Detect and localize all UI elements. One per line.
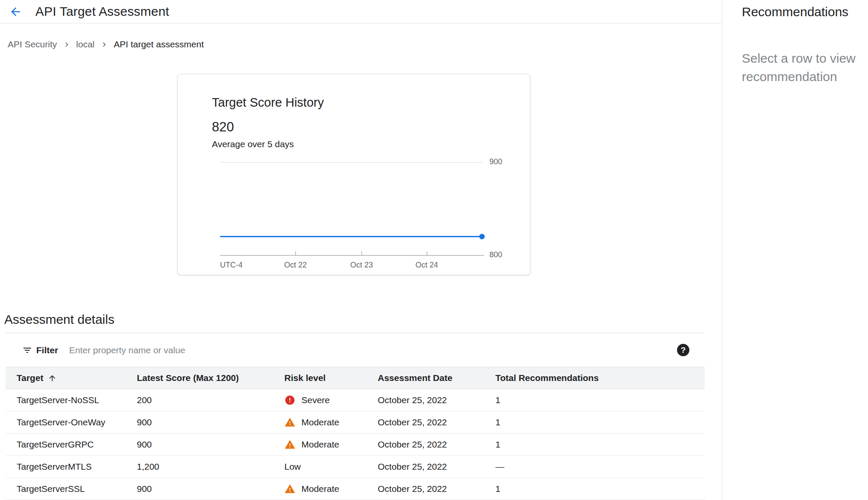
- filter-icon: [22, 345, 32, 355]
- score-cell: 900: [137, 417, 284, 427]
- score-cell: 1,200: [137, 462, 284, 472]
- table-row[interactable]: TargetServer-NoSSL 200 Severe October 25…: [6, 389, 705, 411]
- page-header: API Target Assessment: [0, 0, 722, 23]
- breadcrumb: API Security local API target assessment: [8, 39, 204, 49]
- date-cell: October 25, 2022: [378, 395, 495, 405]
- recommendations-cell: 1: [495, 417, 705, 427]
- column-header-target[interactable]: Target: [17, 373, 137, 383]
- x-axis-line: [220, 255, 484, 256]
- moderate-warning-icon: [284, 439, 295, 450]
- score-line-series: [220, 236, 483, 237]
- date-cell: October 25, 2022: [378, 417, 495, 427]
- help-icon[interactable]: ?: [677, 344, 689, 356]
- risk-cell: Low: [284, 462, 378, 472]
- recommendations-panel: Recommendations Select a row to view rec…: [722, 0, 868, 500]
- date-cell: October 25, 2022: [378, 439, 495, 450]
- x-axis-tick: [427, 251, 427, 256]
- recommendations-cell: 1: [495, 439, 705, 450]
- score-cell: 900: [137, 484, 284, 494]
- arrow-up-sort-icon: [48, 374, 57, 383]
- target-cell: TargetServerSSL: [17, 484, 137, 494]
- chart-title: Target Score History: [212, 96, 324, 110]
- breadcrumb-current: API target assessment: [114, 39, 204, 49]
- risk-label: Moderate: [301, 417, 339, 427]
- arrow-left-icon: [9, 5, 22, 18]
- chevron-right-icon: [62, 40, 71, 49]
- table-body: TargetServer-NoSSL 200 Severe October 25…: [6, 389, 705, 500]
- target-cell: TargetServerMTLS: [17, 462, 137, 472]
- column-header-recommendations[interactable]: Total Recommendations: [495, 373, 705, 383]
- target-score-history-card: Target Score History 820 Average over 5 …: [177, 74, 530, 275]
- target-cell: TargetServer-OneWay: [17, 417, 137, 427]
- main-column: API Target Assessment API Security local…: [0, 0, 722, 500]
- assessment-details-heading: Assessment details: [4, 312, 114, 327]
- table-header-row: Target Latest Score (Max 1200) Risk leve…: [6, 367, 705, 389]
- back-button[interactable]: [8, 4, 23, 19]
- risk-cell: Moderate: [284, 483, 378, 494]
- risk-cell: Moderate: [284, 417, 378, 428]
- recommendations-cell: 1: [495, 395, 705, 405]
- score-endpoint-dot: [479, 234, 485, 239]
- column-label: Target: [17, 373, 43, 383]
- risk-label: Low: [284, 462, 301, 472]
- chart-headline-label: Average over 5 days: [212, 139, 294, 149]
- table-row[interactable]: TargetServerMTLS 1,200 Low October 25, 2…: [6, 456, 705, 478]
- breadcrumb-api-security[interactable]: API Security: [8, 39, 57, 49]
- gridline-900: [220, 162, 483, 163]
- x-tick-label-oct22: Oct 22: [284, 261, 307, 270]
- target-cell: TargetServerGRPC: [17, 439, 137, 450]
- recommendations-panel-header: Recommendations: [742, 0, 868, 23]
- severe-error-icon: [284, 395, 295, 406]
- app-root: API Target Assessment API Security local…: [0, 0, 868, 500]
- y-tick-label-800: 800: [489, 250, 502, 259]
- filter-bar: Filter ?: [6, 333, 705, 367]
- y-tick-label-900: 900: [489, 157, 502, 166]
- risk-cell: Moderate: [284, 439, 378, 450]
- recommendations-title: Recommendations: [742, 5, 848, 19]
- recommendations-cell: —: [495, 462, 705, 472]
- column-header-risk[interactable]: Risk level: [284, 373, 378, 383]
- risk-label: Moderate: [301, 439, 339, 450]
- moderate-warning-icon: [284, 417, 295, 428]
- risk-cell: Severe: [284, 395, 378, 406]
- filter-input[interactable]: [69, 345, 677, 355]
- page-title: API Target Assessment: [35, 4, 169, 19]
- chart-headline-value: 820: [212, 119, 234, 135]
- x-axis-tick: [295, 251, 296, 256]
- table-row[interactable]: TargetServer-OneWay 900 Moderate October…: [6, 411, 705, 433]
- date-cell: October 25, 2022: [378, 462, 495, 472]
- recommendations-cell: 1: [495, 484, 705, 494]
- table-row[interactable]: TargetServerSSL 900 Moderate October 25,…: [6, 478, 705, 500]
- x-tick-label-oct23: Oct 23: [350, 261, 373, 270]
- x-axis-tick: [362, 251, 362, 256]
- score-cell: 900: [137, 439, 284, 450]
- table-row[interactable]: TargetServerGRPC 900 Moderate October 25…: [6, 433, 705, 456]
- column-header-date[interactable]: Assessment Date: [378, 373, 495, 383]
- breadcrumb-local[interactable]: local: [76, 39, 95, 49]
- x-tick-label-utc: UTC-4: [220, 261, 243, 270]
- recommendations-empty-message: Select a row to view recommendation: [742, 49, 868, 86]
- x-tick-label-oct24: Oct 24: [415, 261, 438, 270]
- risk-label: Moderate: [301, 484, 339, 494]
- assessment-details-table: Filter ? Target Latest Score (Max 1200) …: [6, 333, 705, 500]
- filter-label: Filter: [36, 345, 58, 355]
- chevron-right-icon: [100, 40, 109, 49]
- column-header-score[interactable]: Latest Score (Max 1200): [137, 373, 284, 383]
- score-cell: 200: [137, 395, 284, 405]
- target-cell: TargetServer-NoSSL: [17, 395, 137, 405]
- date-cell: October 25, 2022: [378, 484, 495, 494]
- moderate-warning-icon: [284, 483, 295, 494]
- risk-label: Severe: [301, 395, 330, 405]
